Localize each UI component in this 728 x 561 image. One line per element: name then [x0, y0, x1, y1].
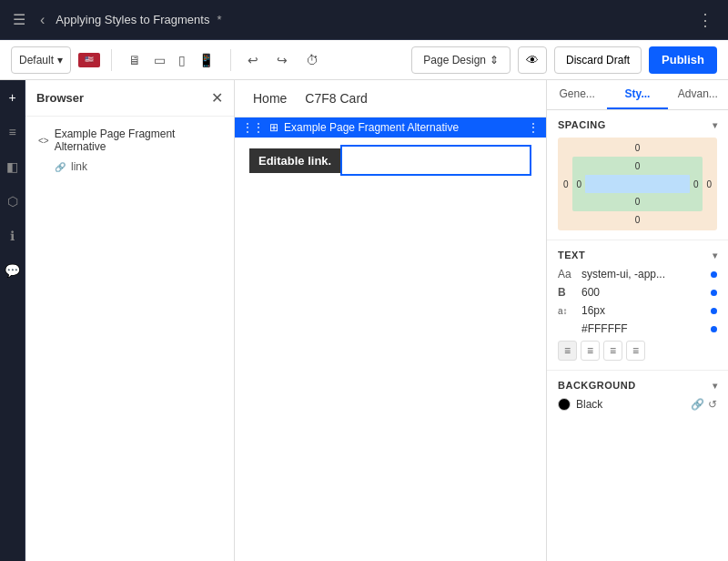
font-family-dot: [711, 271, 717, 278]
font-weight-label: B: [558, 286, 576, 299]
spacing-margin-left: 0: [563, 179, 569, 189]
font-size-label: a↕: [558, 306, 576, 316]
spacing-inner-box: 0 0 0 0: [572, 157, 703, 211]
device-icons: 🖥 ▭ ▯ 📱: [123, 49, 219, 71]
background-color-swatch[interactable]: [558, 398, 571, 411]
text-align-center-button[interactable]: ≡: [581, 341, 600, 361]
tablet-portrait-view-button[interactable]: ▯: [173, 49, 191, 71]
fragment-grid-icon[interactable]: ⊞: [269, 121, 278, 134]
text-section-header[interactable]: TEXT ▾: [558, 250, 717, 260]
tablet-landscape-view-button[interactable]: ▭: [148, 49, 171, 71]
sidebar-icon-browser[interactable]: ≡: [3, 122, 23, 142]
publish-button[interactable]: Publish: [649, 46, 717, 74]
background-color-label: Black: [576, 398, 685, 411]
font-size-row: a↕ 16px: [558, 304, 717, 317]
tab-general[interactable]: Gene...: [547, 80, 607, 109]
background-color-reset-button[interactable]: ↺: [708, 398, 717, 411]
spacing-section-header[interactable]: SPACING ▾: [558, 119, 717, 130]
spacing-margin-top: 0: [563, 143, 712, 153]
sidebar-icon-info[interactable]: ℹ: [3, 226, 23, 246]
browser-title: Browser: [36, 91, 84, 105]
canvas-nav-home[interactable]: Home: [253, 91, 287, 106]
text-chevron-icon: ▾: [713, 250, 718, 260]
browser-fragment-label: Example Page Fragment Alternative: [55, 128, 221, 153]
page-title: Applying Styles to Fragments: [56, 13, 209, 26]
background-section: BACKGROUND ▾ Black 🔗 ↺: [547, 370, 728, 420]
spacing-padding-right: 0: [693, 179, 699, 189]
fragment-drag-handle[interactable]: ⋮⋮: [242, 121, 264, 134]
fragment-bar-right: ⋮: [528, 121, 539, 134]
text-align-group: ≡ ≡ ≡ ≡: [558, 341, 717, 361]
desktop-view-button[interactable]: 🖥: [123, 49, 147, 71]
discard-draft-button[interactable]: Discard Draft: [554, 46, 642, 74]
spacing-content-box: [585, 175, 690, 193]
font-family-row: Aa system-ui, -app...: [558, 268, 717, 280]
font-weight-dot: [711, 290, 717, 296]
fragment-bar-left: ⋮⋮ ⊞ Example Page Fragment Alternative: [242, 121, 459, 134]
editable-link-container: Editable link.: [249, 145, 531, 176]
undo-button[interactable]: ↩: [242, 49, 264, 71]
text-align-left-button[interactable]: ≡: [558, 341, 577, 361]
font-color-row: #FFFFFF: [558, 322, 717, 335]
browser-content: <> Example Page Fragment Alternative 🔗 l…: [25, 117, 234, 184]
right-panel-tabs: Gene... Sty... Advan...: [547, 80, 728, 110]
mobile-view-button[interactable]: 📱: [193, 49, 219, 71]
browser-close-button[interactable]: ✕: [211, 89, 223, 107]
spacing-middle-row: 0 0 0 0 0 0: [563, 157, 712, 211]
spacing-margin-right: 0: [706, 179, 712, 189]
background-section-header[interactable]: BACKGROUND ▾: [558, 380, 717, 391]
top-bar: ☰ ‹ Applying Styles to Fragments * ⋮: [0, 0, 728, 40]
spacing-padding-bottom: 0: [577, 197, 699, 207]
browser-link-label: link: [71, 160, 87, 173]
preview-button[interactable]: 👁: [518, 46, 547, 74]
sidebar-icon-add[interactable]: +: [3, 87, 23, 107]
main-layout: + ≡ ◧ ⬡ ℹ 💬 Browser ✕ <> Example Page Fr…: [0, 80, 728, 561]
sidebar-icon-pages[interactable]: ◧: [3, 157, 23, 177]
page-design-button[interactable]: Page Design ⇕: [411, 46, 511, 74]
unsaved-indicator: *: [217, 13, 221, 26]
spacing-section: SPACING ▾ 0 0 0 0 0: [547, 110, 728, 240]
spacing-inner-middle: 0 0: [577, 175, 699, 193]
link-icon: 🔗: [55, 162, 66, 172]
background-chevron-icon: ▾: [713, 381, 718, 391]
text-align-justify-button[interactable]: ≡: [626, 341, 645, 361]
history-button[interactable]: ⏱: [300, 49, 324, 71]
text-section: TEXT ▾ Aa system-ui, -app... B 600 a↕ 16…: [547, 240, 728, 370]
back-button[interactable]: ‹: [36, 8, 48, 32]
tab-advanced[interactable]: Advan...: [668, 80, 728, 109]
background-title: BACKGROUND: [558, 380, 636, 391]
toolbar-divider-1: [111, 49, 112, 71]
font-color-value: #FFFFFF: [581, 322, 702, 335]
fragment-bar-label: Example Page Fragment Alternative: [284, 121, 459, 134]
font-size-dot: [711, 308, 717, 314]
sidebar-icon-comments[interactable]: 💬: [3, 260, 23, 280]
language-flag[interactable]: 🇺🇸: [78, 53, 100, 67]
fragment-bar-more-icon[interactable]: ⋮: [528, 121, 539, 134]
page-design-arrow-icon: ⇕: [490, 54, 499, 66]
canvas-nav-card[interactable]: C7F8 Card: [305, 91, 367, 106]
spacing-margin-bottom: 0: [563, 215, 712, 225]
canvas-area: Home C7F8 Card ⋮⋮ ⊞ Example Page Fragmen…: [235, 80, 546, 561]
fragment-bar: ⋮⋮ ⊞ Example Page Fragment Alternative ⋮: [235, 117, 546, 138]
tab-styles[interactable]: Sty...: [607, 80, 667, 109]
canvas-nav: Home C7F8 Card: [235, 80, 546, 117]
toolbar: Default ▾ 🇺🇸 🖥 ▭ ▯ 📱 ↩ ↪ ⏱ Page Design ⇕…: [0, 40, 728, 80]
toolbar-divider-2: [230, 49, 231, 71]
background-color-row: Black 🔗 ↺: [558, 398, 717, 411]
default-select[interactable]: Default ▾: [11, 46, 71, 74]
font-weight-value: 600: [581, 286, 702, 299]
redo-button[interactable]: ↪: [271, 49, 293, 71]
canvas-inner: Home C7F8 Card ⋮⋮ ⊞ Example Page Fragmen…: [235, 80, 546, 561]
spacing-outer-box: 0 0 0 0 0 0 0: [558, 138, 717, 230]
background-color-link-button[interactable]: 🔗: [691, 398, 704, 411]
top-bar-menu-button[interactable]: ⋮: [693, 6, 719, 34]
browser-fragment-item[interactable]: <> Example Page Fragment Alternative: [33, 124, 227, 157]
sidebar-icon-components[interactable]: ⬡: [3, 191, 23, 211]
text-title: TEXT: [558, 250, 585, 260]
text-align-right-button[interactable]: ≡: [603, 341, 622, 361]
browser-link-item[interactable]: 🔗 link: [33, 157, 227, 177]
chevron-down-icon: ▾: [57, 54, 63, 66]
sidebar-toggle-button[interactable]: ☰: [9, 7, 29, 32]
left-sidebar: + ≡ ◧ ⬡ ℹ 💬: [0, 80, 25, 561]
editable-link-input[interactable]: [340, 145, 531, 176]
